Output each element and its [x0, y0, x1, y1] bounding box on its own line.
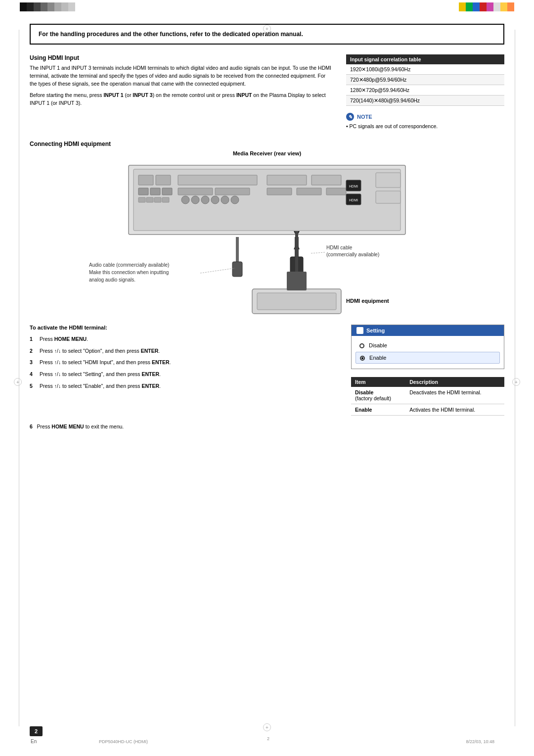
page-code: PDP5040HD-UC (HDMI): [99, 739, 148, 744]
page-lang: En: [31, 739, 37, 744]
activate-col: To activate the HDMI terminal: 1 Press H…: [30, 325, 336, 416]
step-5-text: Press ↑/↓ to select "Enable", and then p…: [40, 382, 161, 390]
input2-label: INPUT 3: [133, 92, 152, 98]
setting-header: Setting: [352, 325, 504, 336]
color-strip-right: [459, 2, 514, 11]
input3-label: INPUT: [236, 92, 252, 98]
hdmi-input-body1: The INPUT 1 and INPUT 3 terminals includ…: [30, 64, 331, 88]
color-strip-left: [20, 2, 75, 11]
svg-rect-22: [267, 188, 292, 195]
body2-mid: (or: [124, 92, 133, 98]
cs-block: [480, 2, 487, 11]
svg-point-15: [191, 196, 199, 204]
steps-list: 1 Press HOME MENU. 2 Press ↑/↓ to select…: [30, 335, 336, 390]
hdmi-input-title: Using HDMI Input: [30, 54, 331, 61]
svg-rect-13: [215, 188, 250, 195]
target-circle-top: [263, 25, 271, 33]
step-3-text: Press ↑/↓ to select "HDMI Input", and th…: [40, 359, 171, 367]
svg-rect-30: [376, 191, 400, 203]
step-4-text: Press ↑/↓ to select "Setting", and then …: [40, 371, 161, 378]
svg-text:analog audio signals.: analog audio signals.: [89, 277, 135, 283]
svg-point-14: [181, 196, 189, 204]
setting-option-enable[interactable]: Enable: [356, 352, 500, 364]
desc-desc-2: Activates the HDMI terminal.: [405, 404, 504, 415]
top-bar-left: [0, 0, 267, 14]
signal-row-1-val: 1920✕1080i@59.94/60Hz: [346, 64, 504, 75]
signal-row-3: 1280✕720p@59.94/60Hz: [346, 85, 504, 95]
setting-option-disable[interactable]: Disable: [356, 340, 500, 351]
note-title: ✎ NOTE: [346, 113, 504, 121]
desc-table-item-header: Item: [351, 377, 405, 387]
cs-block: [68, 2, 75, 11]
desc-desc-1: Deactivates the HDMI terminal.: [405, 387, 504, 404]
cs-block: [41, 2, 47, 11]
page-center-num: 2: [267, 736, 269, 741]
signal-table: Input signal correlation table 1920✕1080…: [346, 54, 504, 106]
step-3-num: 3: [30, 359, 37, 367]
svg-text:Make this connection when inpu: Make this connection when inputting: [89, 270, 169, 275]
signal-row-4-val: 720(1440)✕480i@59.94/60Hz: [346, 95, 504, 106]
svg-point-19: [231, 196, 239, 204]
svg-rect-3: [156, 175, 171, 185]
cs-block: [61, 2, 68, 11]
step-2: 2 Press ↑/↓ to select "Option", and then…: [30, 347, 336, 355]
signal-table-header: Input signal correlation table: [346, 54, 504, 64]
page-container: For the handling procedures and the othe…: [0, 0, 534, 756]
svg-rect-11: [178, 175, 257, 185]
svg-rect-23: [297, 188, 321, 195]
top-bar: [0, 0, 534, 14]
svg-rect-38: [287, 272, 307, 290]
hdmi-input-body2: Before starting the menu, press INPUT 1 …: [30, 92, 331, 107]
note-box: ✎ NOTE • PC signals are out of correspon…: [346, 113, 504, 131]
bottom-section: To activate the HDMI terminal: 1 Press H…: [30, 325, 504, 416]
setting-icon: [356, 327, 363, 334]
svg-rect-24: [326, 188, 346, 195]
step-1-text: Press HOME MENU.: [40, 335, 88, 343]
step-3-bold: ENTER: [152, 359, 170, 365]
desc-item-2-main: Enable: [355, 407, 372, 413]
step-2-num: 2: [30, 347, 37, 355]
page-date: 8/22/03, 10:48: [466, 739, 494, 744]
step-6-bold: HOME MENU: [51, 424, 84, 429]
svg-text:HDMI equipment: HDMI equipment: [346, 298, 389, 304]
step-1: 1 Press HOME MENU.: [30, 335, 336, 343]
svg-rect-21: [312, 175, 341, 185]
cs-block: [493, 2, 500, 11]
signal-row-2-val: 720✕480p@59.94/60Hz: [346, 75, 504, 85]
note-title-text: NOTE: [357, 114, 372, 120]
cs-block: [27, 2, 34, 11]
target-circle-left: [14, 378, 22, 386]
body2-end: ) on the remote control unit or press: [153, 92, 236, 98]
step-1-bold: HOME MENU: [54, 336, 87, 342]
desc-item-1: Disable (factory default): [351, 387, 405, 404]
svg-point-16: [201, 196, 209, 204]
svg-text:(commercially available): (commercially available): [326, 252, 379, 257]
desc-item-2: Enable: [351, 404, 405, 415]
svg-rect-20: [267, 175, 307, 185]
desc-item-1-sub: (factory default): [355, 395, 391, 401]
cs-block: [466, 2, 473, 11]
body2-pre: Before starting the menu, press: [30, 92, 103, 98]
cs-block: [473, 2, 480, 11]
top-two-col: Using HDMI Input The INPUT 1 and INPUT 3…: [30, 54, 504, 131]
step-6: 6 Press HOME MENU to exit the menu.: [30, 424, 504, 429]
svg-rect-32: [232, 262, 242, 277]
signal-row-3-val: 1280✕720p@59.94/60Hz: [346, 85, 504, 95]
svg-line-44: [200, 268, 235, 273]
setting-col: Setting Disable Enable: [351, 325, 504, 416]
cs-block: [500, 2, 507, 11]
svg-text:HDMI: HDMI: [349, 198, 358, 202]
svg-rect-6: [162, 188, 172, 195]
cs-block: [47, 2, 54, 11]
svg-rect-2: [138, 175, 153, 185]
note-icon: ✎: [346, 113, 354, 121]
setting-option-enable-label: Enable: [369, 355, 386, 361]
desc-row-2: Enable Activates the HDMI terminal.: [351, 404, 504, 415]
svg-rect-29: [376, 173, 400, 188]
cs-block: [54, 2, 61, 11]
signal-row-4: 720(1440)✕480i@59.94/60Hz: [346, 95, 504, 106]
setting-option-disable-label: Disable: [369, 342, 387, 348]
svg-rect-8: [146, 197, 153, 202]
svg-point-17: [211, 196, 219, 204]
step-4: 4 Press ↑/↓ to select "Setting", and the…: [30, 371, 336, 378]
